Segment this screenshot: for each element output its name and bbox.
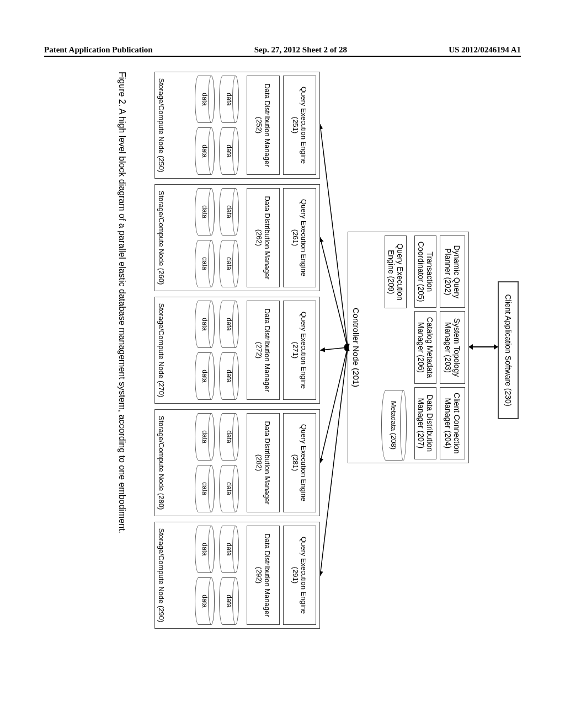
qee-261: Query Execution Engine (261) bbox=[283, 188, 316, 287]
storage-node-label: Storage/Compute Node (280) bbox=[157, 410, 166, 516]
data-cyl: data bbox=[219, 188, 239, 235]
data-cyl: data bbox=[219, 127, 239, 175]
data-cyl: data bbox=[195, 76, 215, 123]
ddm-282: Data Distribution Manager (282) bbox=[247, 413, 280, 512]
data-cyl: data bbox=[219, 577, 239, 625]
query-execution-engine-ctrl: Query Execution Engine (209) bbox=[385, 235, 407, 308]
data-cyl: data bbox=[195, 301, 215, 348]
data-grid-270: data data data data bbox=[195, 301, 239, 400]
client-application-box: Client Application Software (230) bbox=[498, 281, 519, 419]
storage-node-label: Storage/Compute Node (260) bbox=[157, 185, 166, 291]
data-grid-260: data data data data bbox=[195, 188, 239, 287]
data-cyl: data bbox=[219, 352, 239, 400]
dynamic-query-planner: Dynamic Query Planner (202) bbox=[440, 235, 465, 308]
qee-251: Query Execution Engine (251) bbox=[283, 76, 316, 175]
metadata-cylinder: Metadata (208) bbox=[381, 390, 407, 461]
ddm-272: Data Distribution Manager (272) bbox=[247, 301, 280, 400]
storage-node-label: Storage/Compute Node (290) bbox=[157, 522, 166, 628]
storage-node-label: Storage/Compute Node (250) bbox=[157, 72, 166, 178]
data-grid-290: data data data data bbox=[195, 526, 239, 625]
data-grid-250: data data data data bbox=[195, 76, 239, 175]
data-cyl: data bbox=[219, 240, 239, 287]
svg-line-2 bbox=[320, 347, 348, 350]
storage-node-260: Query Execution Engine (261) Data Distri… bbox=[154, 184, 320, 291]
ddm-262: Data Distribution Manager (262) bbox=[247, 188, 280, 287]
client-connection-manager: Client Connection Manager (204) bbox=[440, 387, 465, 459]
header-center: Sep. 27, 2012 Sheet 2 of 28 bbox=[254, 45, 347, 55]
data-cyl: data bbox=[195, 127, 215, 175]
arrow-client-controller bbox=[469, 346, 498, 347]
storage-nodes-row: Query Execution Engine (251) Data Distri… bbox=[154, 72, 320, 629]
storage-node-290: Query Execution Engine (291) Data Distri… bbox=[154, 522, 320, 629]
data-distribution-manager: Data Distribution Manager (207) bbox=[414, 387, 436, 459]
figure-caption: Figure 2. A high level block diagram of … bbox=[117, 72, 127, 629]
storage-node-label: Storage/Compute Node (270) bbox=[157, 297, 166, 403]
diagram-rotated-container: Client Application Software (230) Dynami… bbox=[0, 72, 524, 557]
controller-row3: Query Execution Engine (209) bbox=[385, 235, 407, 384]
data-cyl: data bbox=[195, 240, 215, 287]
storage-node-280: Query Execution Engine (281) Data Distri… bbox=[154, 409, 320, 516]
ddm-252: Data Distribution Manager (252) bbox=[247, 76, 280, 175]
svg-line-0 bbox=[320, 124, 348, 347]
storage-node-270: Query Execution Engine (271) Data Distri… bbox=[154, 297, 320, 404]
data-cyl: data bbox=[195, 352, 215, 400]
qee-271: Query Execution Engine (271) bbox=[283, 301, 316, 400]
client-label: Client Application Software (230) bbox=[504, 294, 513, 406]
data-cyl: data bbox=[219, 465, 239, 512]
svg-line-3 bbox=[320, 347, 348, 463]
data-cyl: data bbox=[195, 465, 215, 512]
data-cyl: data bbox=[219, 526, 239, 573]
data-cyl: data bbox=[219, 413, 239, 461]
metadata-label: Metadata (208) bbox=[390, 401, 398, 449]
ddm-292: Data Distribution Manager (292) bbox=[247, 526, 280, 625]
data-cyl: data bbox=[195, 413, 215, 461]
data-grid-280: data data data data bbox=[195, 413, 239, 512]
qee-281: Query Execution Engine (281) bbox=[283, 413, 316, 512]
transaction-coordinator: Transaction Coordinator (205) bbox=[414, 235, 436, 308]
svg-line-4 bbox=[320, 347, 348, 576]
page-header: Patent Application Publication Sep. 27, … bbox=[44, 45, 521, 57]
data-cyl: data bbox=[219, 76, 239, 123]
qee-291: Query Execution Engine (291) bbox=[283, 526, 316, 625]
controller-node-box: Dynamic Query Planner (202) System Topol… bbox=[348, 232, 469, 463]
data-cyl: data bbox=[195, 526, 215, 573]
data-cyl: data bbox=[195, 577, 215, 625]
diagram-landscape: Client Application Software (230) Dynami… bbox=[39, 72, 524, 629]
header-left: Patent Application Publication bbox=[44, 45, 153, 55]
system-topology-manager: System Topology Manager (203) bbox=[440, 311, 465, 383]
data-cyl: data bbox=[195, 188, 215, 235]
storage-node-250: Query Execution Engine (251) Data Distri… bbox=[154, 72, 320, 179]
controller-row2: Transaction Coordinator (205) Catalog Me… bbox=[414, 235, 436, 459]
controller-row1: Dynamic Query Planner (202) System Topol… bbox=[440, 235, 465, 459]
catalog-metadata-manager: Catalog Metadata Manager (206) bbox=[414, 311, 436, 383]
data-cyl: data bbox=[219, 301, 239, 348]
header-right: US 2012/0246194 A1 bbox=[449, 45, 521, 55]
svg-line-1 bbox=[320, 237, 348, 347]
